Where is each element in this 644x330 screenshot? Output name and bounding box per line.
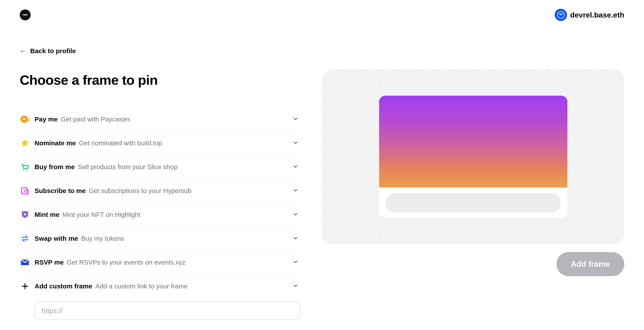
chevron-down-icon: [292, 211, 300, 218]
mint-icon: [20, 210, 30, 220]
frame-row-rsvp[interactable]: RSVP me Get RSVPs to your events on even…: [20, 250, 300, 274]
frame-title: Buy from me: [34, 163, 75, 171]
frame-row-buy[interactable]: Buy from me Sell products from your Slic…: [20, 155, 300, 179]
frame-title: Add custom frame: [34, 282, 92, 290]
frame-row-pay[interactable]: Pay me Get paid with Paycaster.: [20, 108, 300, 131]
frame-list: Pay me Get paid with Paycaster. Nominate…: [20, 108, 300, 320]
chevron-down-icon: [292, 140, 300, 146]
frame-preview-card: [322, 69, 624, 244]
frame-row-swap[interactable]: Swap with me Buy my tokens: [20, 227, 300, 250]
header: devrel.base.eth: [0, 0, 644, 21]
chevron-down-icon: [292, 259, 300, 266]
frame-title: Pay me: [34, 116, 58, 123]
plus-icon: [20, 281, 30, 292]
frame-desc: Get nominated with build.top: [79, 140, 162, 147]
chevron-down-icon: [292, 187, 300, 194]
user-chip[interactable]: devrel.base.eth: [555, 9, 624, 21]
buy-icon: [20, 162, 30, 172]
frame-desc: Buy my tokens: [81, 235, 124, 242]
frame-row-subscribe[interactable]: Subscribe to me Get subscriptions to you…: [20, 179, 300, 203]
user-label: devrel.base.eth: [570, 11, 624, 19]
pay-icon: [20, 114, 30, 124]
chevron-down-icon: [292, 283, 300, 290]
chevron-down-icon: [292, 116, 300, 123]
frame-desc: Get RSVPs to your events on events.xyz: [67, 259, 186, 266]
app-logo-icon[interactable]: [20, 10, 31, 20]
svg-point-3: [26, 170, 28, 171]
svg-point-2: [24, 170, 25, 171]
frame-preview: [379, 96, 568, 218]
frame-desc: Get paid with Paycaster.: [61, 116, 132, 123]
avatar: [555, 9, 567, 21]
frame-preview-image: [379, 96, 568, 188]
custom-frame-url-input[interactable]: [34, 302, 300, 320]
frame-title: Subscribe to me: [34, 187, 86, 194]
nominate-icon: [20, 138, 30, 148]
frame-desc: Get subscriptions to your Hypersub: [89, 187, 191, 194]
frame-row-custom[interactable]: Add custom frame Add a custom link to yo…: [20, 274, 300, 298]
frame-title: Swap with me: [34, 235, 78, 242]
swap-icon: [20, 233, 30, 244]
add-frame-button[interactable]: Add frame: [556, 252, 624, 276]
svg-rect-4: [22, 188, 27, 194]
page-title: Choose a frame to pin: [20, 72, 300, 88]
chevron-down-icon: [292, 235, 300, 242]
arrow-left-icon: ←: [20, 48, 26, 54]
back-to-profile-link[interactable]: ← Back to profile: [20, 47, 300, 55]
frame-desc: Add a custom link to your frame: [95, 282, 188, 290]
frame-desc: Mint your NFT on Highlight: [62, 211, 140, 218]
back-label: Back to profile: [30, 47, 76, 55]
frame-title: Mint me: [34, 211, 59, 218]
frame-row-nominate[interactable]: Nominate me Get nominated with build.top: [20, 131, 300, 155]
frame-title: RSVP me: [34, 259, 64, 266]
frame-desc: Sell products from your Slice shop: [78, 163, 177, 171]
frame-title: Nominate me: [34, 140, 76, 147]
rsvp-icon: [20, 257, 30, 268]
subscribe-icon: [20, 186, 30, 196]
chevron-down-icon: [292, 164, 300, 170]
frame-preview-button-placeholder: [386, 193, 561, 212]
frame-row-mint[interactable]: Mint me Mint your NFT on Highlight: [20, 203, 300, 227]
